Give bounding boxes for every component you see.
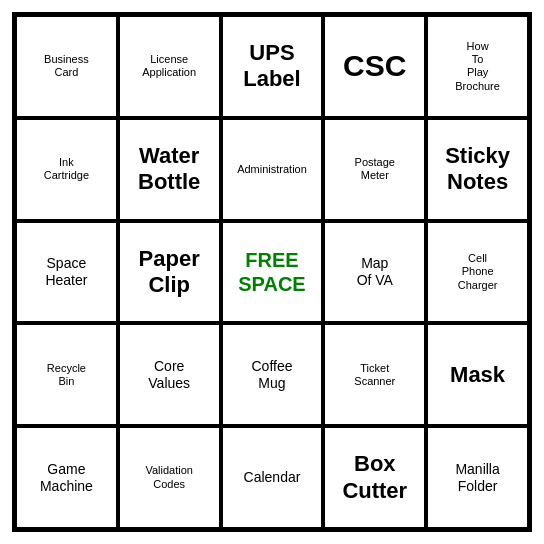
- bingo-cell-r2c2[interactable]: FREE SPACE: [221, 221, 324, 324]
- cell-label-r4c2: Calendar: [244, 469, 301, 486]
- cell-label-r2c2: FREE SPACE: [227, 248, 318, 296]
- cell-label-r0c0: BusinessCard: [44, 53, 89, 79]
- cell-label-r0c4: HowToPlayBrochure: [455, 40, 500, 93]
- cell-label-r1c3: PostageMeter: [355, 156, 395, 182]
- cell-label-r1c4: StickyNotes: [445, 143, 510, 196]
- bingo-cell-r1c3[interactable]: PostageMeter: [323, 118, 426, 221]
- cell-label-r1c0: InkCartridge: [44, 156, 89, 182]
- bingo-cell-r1c4[interactable]: StickyNotes: [426, 118, 529, 221]
- bingo-cell-r4c3[interactable]: BoxCutter: [323, 426, 426, 529]
- bingo-board: BusinessCardLicenseApplicationUPSLabelCS…: [12, 12, 532, 532]
- cell-label-r3c0: RecycleBin: [47, 362, 86, 388]
- bingo-cell-r4c1[interactable]: ValidationCodes: [118, 426, 221, 529]
- cell-label-r4c3: BoxCutter: [342, 451, 407, 504]
- cell-label-r0c3: CSC: [343, 48, 406, 84]
- bingo-cell-r3c3[interactable]: TicketScanner: [323, 323, 426, 426]
- cell-label-r0c2: UPSLabel: [243, 40, 300, 93]
- cell-label-r0c1: LicenseApplication: [142, 53, 196, 79]
- cell-label-r3c2: CoffeeMug: [251, 358, 292, 392]
- cell-label-r4c4: ManillaFolder: [455, 461, 499, 495]
- bingo-cell-r1c0[interactable]: InkCartridge: [15, 118, 118, 221]
- bingo-cell-r0c4[interactable]: HowToPlayBrochure: [426, 15, 529, 118]
- bingo-cell-r2c3[interactable]: MapOf VA: [323, 221, 426, 324]
- bingo-cell-r1c1[interactable]: WaterBottle: [118, 118, 221, 221]
- bingo-cell-r1c2[interactable]: Administration: [221, 118, 324, 221]
- cell-label-r1c2: Administration: [237, 163, 307, 176]
- cell-label-r4c1: ValidationCodes: [145, 464, 193, 490]
- cell-label-r3c1: CoreValues: [148, 358, 190, 392]
- cell-label-r3c4: Mask: [450, 362, 505, 388]
- bingo-cell-r0c3[interactable]: CSC: [323, 15, 426, 118]
- cell-label-r3c3: TicketScanner: [354, 362, 395, 388]
- bingo-cell-r0c1[interactable]: LicenseApplication: [118, 15, 221, 118]
- bingo-cell-r4c4[interactable]: ManillaFolder: [426, 426, 529, 529]
- bingo-cell-r0c2[interactable]: UPSLabel: [221, 15, 324, 118]
- cell-label-r2c0: SpaceHeater: [45, 255, 87, 289]
- bingo-cell-r3c2[interactable]: CoffeeMug: [221, 323, 324, 426]
- cell-label-r2c4: CellPhoneCharger: [458, 252, 498, 292]
- cell-label-r4c0: GameMachine: [40, 461, 93, 495]
- cell-label-r1c1: WaterBottle: [138, 143, 200, 196]
- cell-label-r2c3: MapOf VA: [357, 255, 393, 289]
- bingo-cell-r3c1[interactable]: CoreValues: [118, 323, 221, 426]
- bingo-cell-r4c2[interactable]: Calendar: [221, 426, 324, 529]
- bingo-cell-r0c0[interactable]: BusinessCard: [15, 15, 118, 118]
- bingo-cell-r2c4[interactable]: CellPhoneCharger: [426, 221, 529, 324]
- bingo-cell-r3c4[interactable]: Mask: [426, 323, 529, 426]
- bingo-cell-r4c0[interactable]: GameMachine: [15, 426, 118, 529]
- cell-label-r2c1: PaperClip: [139, 246, 200, 299]
- bingo-cell-r2c0[interactable]: SpaceHeater: [15, 221, 118, 324]
- bingo-cell-r2c1[interactable]: PaperClip: [118, 221, 221, 324]
- bingo-cell-r3c0[interactable]: RecycleBin: [15, 323, 118, 426]
